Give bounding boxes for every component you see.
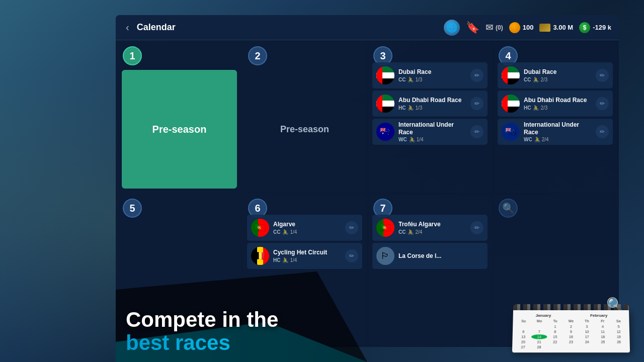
page-title: Calendar <box>137 22 439 33</box>
race-fraction-w3r1: 🚴 1/3 <box>408 77 422 82</box>
bike-icon-w6r1: 🚴 <box>282 229 288 235</box>
race-type-w4r3: WC <box>524 137 532 142</box>
flag-unknown-w7r2: 🏳 <box>376 247 394 265</box>
race-info-w4r3: International Under Race WC 🚴 2/4 <box>524 121 592 142</box>
race-card-w3r2[interactable]: Abu Dhabi Road Race HC 🚴 1/3 ✏ <box>372 90 488 117</box>
bike-icon-w7r1: 🚴 <box>408 229 414 235</box>
preseason-cell-2[interactable]: Pre-season <box>247 70 362 189</box>
bookmark-icon[interactable]: 🔖 <box>466 21 479 34</box>
topbar-icons: 🌐 🔖 ✉ (0) 100 3.00 M $ -129 k <box>444 20 611 36</box>
flag-por-w6r1: 🇵🇹 <box>251 219 269 237</box>
globe-icon[interactable]: 🌐 <box>444 20 460 36</box>
cal-head-sa: Sa <box>611 319 626 323</box>
cal-day-21: 21 <box>531 340 547 344</box>
week-cell-7: 7 🇵🇹 Troféu Algarve CC 🚴 2/4 ✏ 🏳 <box>368 195 492 345</box>
calendar-widget: 🔍 January February Su Mo Tu We Th Fr Sa … <box>513 304 629 352</box>
race-type-w3r1: CC <box>398 77 406 82</box>
cal-header: Su Mo Tu We Th Fr Sa <box>516 319 626 323</box>
cal-day-9: 9 <box>564 329 579 334</box>
cal-day-12: 12 <box>611 329 626 334</box>
cal-head-we: We <box>564 319 579 323</box>
cal-day-empty1: · <box>516 324 531 329</box>
bike-icon-w3r3: 🚴 <box>409 137 415 142</box>
race-info-w6r1: Algarve CC 🚴 1/4 <box>273 221 341 234</box>
edit-btn-w4r3[interactable]: ✏ <box>596 125 609 138</box>
flag-uae-w4r1 <box>502 66 520 84</box>
race-card-w7r2[interactable]: 🏳 La Corse de l... <box>372 243 488 269</box>
cal-day-7: 7 <box>531 329 547 334</box>
race-info-w7r2: La Corse de l... <box>398 252 484 259</box>
race-type-w4r1: CC <box>524 77 531 82</box>
flag-uae-w3r1 <box>376 66 394 84</box>
cal-day-28: 28 <box>531 345 547 349</box>
race-fraction-w3r3: 🚴 1/4 <box>409 137 424 142</box>
race-name-w7r1: Troféu Algarve <box>398 221 466 228</box>
edit-btn-w4r1[interactable]: ✏ <box>596 69 609 82</box>
cal-day-18: 18 <box>595 334 611 339</box>
money-stat: 3.00 M <box>539 24 573 32</box>
race-card-w7r1[interactable]: 🇵🇹 Troféu Algarve CC 🚴 2/4 ✏ <box>372 215 488 241</box>
week-cell-3: 3 Dubai Race CC 🚴 1/3 ✏ <box>368 42 492 193</box>
flag-uae-w3r2 <box>376 95 394 113</box>
cal-day-20: 20 <box>515 340 531 344</box>
race-name-w4r3: International Under Race <box>524 121 592 136</box>
race-name-w3r3: International Under Race <box>398 121 466 136</box>
race-type-row-w6r1: CC 🚴 1/4 <box>273 229 341 235</box>
race-card-w3r1[interactable]: Dubai Race CC 🚴 1/3 ✏ <box>372 62 488 88</box>
preseason-text-1: Pre-season <box>152 124 207 135</box>
cal-day-4: 4 <box>595 324 611 329</box>
cal-day-25: 25 <box>595 340 611 344</box>
cal-day-1: 1 <box>547 324 563 329</box>
race-fraction-w6r2: 🚴 1/4 <box>282 257 297 263</box>
cal-day-11: 11 <box>595 329 611 334</box>
cal-day-10: 10 <box>579 329 595 334</box>
week-8-label: 🔍 <box>502 202 515 214</box>
cal-day-15: 15 <box>547 334 563 339</box>
flag-uae-w4r2 <box>502 95 520 113</box>
edit-btn-w7r1[interactable]: ✏ <box>470 221 484 234</box>
race-card-w3r3[interactable]: 🇦🇺 International Under Race WC 🚴 1/4 ✏ <box>372 119 488 145</box>
race-card-w6r1[interactable]: 🇵🇹 Algarve CC 🚴 1/4 ✏ <box>247 215 362 241</box>
race-name-w7r2: La Corse de l... <box>398 252 484 259</box>
race-type-w6r2: HC <box>273 257 280 263</box>
edit-btn-w3r3[interactable]: ✏ <box>470 125 484 138</box>
race-fraction-w7r1: 🚴 2/4 <box>408 229 422 235</box>
edit-btn-w3r2[interactable]: ✏ <box>470 97 484 110</box>
race-fraction-w4r2: 🚴 2/3 <box>533 105 547 111</box>
week-number-1: 1 <box>123 46 142 65</box>
bike-icon-w4r2: 🚴 <box>533 105 539 111</box>
balance-value: -129 k <box>593 24 611 31</box>
cal-day-26: 26 <box>611 340 627 344</box>
cal-day-24: 24 <box>579 340 595 344</box>
bottom-overlay: Compete in the best races <box>116 301 342 362</box>
week-cell-1: 1 Pre-season <box>118 42 241 193</box>
race-type-w3r2: HC <box>398 105 406 111</box>
cal-day-27: 27 <box>515 345 531 349</box>
coin-icon <box>509 22 520 33</box>
preseason-cell-1[interactable]: Pre-season <box>122 70 237 189</box>
race-card-w4r3[interactable]: 🇳🇿 International Under Race WC 🚴 2/4 ✏ <box>498 119 613 145</box>
edit-btn-w3r1[interactable]: ✏ <box>470 69 484 82</box>
edit-btn-w6r2[interactable]: ✏ <box>345 249 358 262</box>
preseason-text-2: Pre-season <box>280 124 329 135</box>
race-type-w4r2: HC <box>524 105 531 111</box>
money-value: 3.00 M <box>553 24 573 31</box>
edit-btn-w6r1[interactable]: ✏ <box>345 221 358 234</box>
race-info-w6r2: Cycling Het Circuit HC 🚴 1/4 <box>273 249 341 262</box>
week-cell-2: 2 Pre-season <box>243 42 366 193</box>
cal-head-su: Su <box>516 319 531 323</box>
cal-month1: January <box>516 313 571 318</box>
race-card-w6r2[interactable]: 🇧🇪 Cycling Het Circuit HC 🚴 1/4 ✏ <box>247 243 362 269</box>
edit-btn-w4r2[interactable]: ✏ <box>596 97 609 110</box>
cal-day-17: 17 <box>579 334 595 339</box>
race-fraction-w4r1: 🚴 2/3 <box>533 77 547 82</box>
race-card-w4r2[interactable]: Abu Dhabi Road Race HC 🚴 2/3 ✏ <box>498 90 613 117</box>
race-name-w6r2: Cycling Het Circuit <box>273 249 341 256</box>
race-card-w4r1[interactable]: Dubai Race CC 🚴 2/3 ✏ <box>498 62 613 88</box>
back-button[interactable]: ‹ <box>123 19 132 36</box>
race-name-w3r1: Dubai Race <box>398 68 466 75</box>
race-type-row-w3r1: CC 🚴 1/3 <box>398 77 466 82</box>
race-name-w4r1: Dubai Race <box>524 68 592 75</box>
flag-nz-w4r3: 🇳🇿 <box>502 123 520 141</box>
week-number-5: 5 <box>123 199 142 218</box>
